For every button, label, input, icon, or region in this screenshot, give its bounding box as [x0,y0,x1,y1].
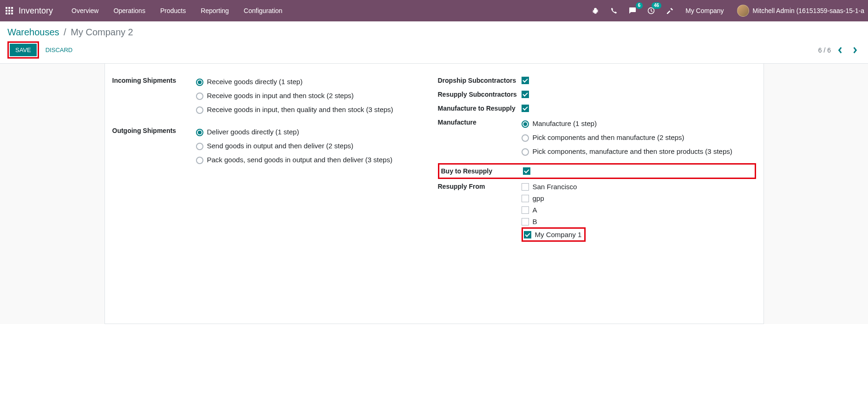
manufacture-opt-3steps[interactable]: Pick components, manufacture and then st… [522,145,756,159]
svg-rect-2 [11,7,13,9]
resupply-from-gpp[interactable]: gpp [522,192,756,204]
user-name: Mitchell Admin (16151359-saas-15-1-a [753,7,864,14]
debug-icon[interactable] [589,4,602,17]
svg-rect-5 [11,10,13,12]
navbar-right: 6 46 My Company Mitchell Admin (16151359… [589,4,864,17]
radio-label: Deliver goods directly (1 step) [207,128,299,136]
breadcrumb-parent[interactable]: Warehouses [7,27,59,37]
pager-next[interactable] [849,45,861,56]
checkbox-label: San Francisco [533,183,577,191]
checkbox-label: B [533,218,537,225]
incoming-options: Receive goods directly (1 step) Receive … [196,75,431,117]
svg-rect-3 [6,10,7,12]
radio-icon [196,143,203,150]
pager-prev[interactable] [835,45,846,56]
resupply-from-a[interactable]: A [522,204,756,216]
checkbox-icon [522,77,529,84]
breadcrumb-sep: / [64,27,66,37]
menu-reporting[interactable]: Reporting [193,0,236,21]
left-column: Incoming Shipments Receive goods directl… [112,75,431,245]
messages-badge: 6 [636,2,643,9]
apps-icon[interactable] [4,5,15,16]
svg-rect-8 [11,13,13,14]
manufacture-label: Manufacture [438,117,522,126]
resupply-from-sf[interactable]: San Francisco [522,181,756,192]
highlight-save: Save [7,41,39,59]
radio-label: Receive goods in input and then stock (2… [207,92,354,99]
phone-icon[interactable] [607,4,620,17]
control-area: Warehouses / My Company 2 Save Discard 6… [0,21,868,63]
top-navbar: Inventory Overview Operations Products R… [0,0,868,21]
pager-text: 6 / 6 [818,46,831,54]
menu-configuration[interactable]: Configuration [236,0,290,21]
outgoing-opt-1step[interactable]: Deliver goods directly (1 step) [196,125,431,139]
menu-products[interactable]: Products [153,0,193,21]
discard-button[interactable]: Discard [41,44,78,56]
menu-operations[interactable]: Operations [106,0,152,21]
checkbox-icon [523,167,530,175]
dropship-label: Dropship Subcontractors [438,75,522,84]
main-menu: Overview Operations Products Reporting C… [64,0,589,21]
checkbox-icon [522,105,529,112]
incoming-opt-2steps[interactable]: Receive goods in input and then stock (2… [196,89,431,103]
svg-rect-1 [8,7,10,9]
radio-label: Pick components and then manufacture (2 … [533,133,685,141]
messages-icon[interactable]: 6 [626,4,639,17]
highlight-my-company-1: My Company 1 [522,227,586,242]
checkbox-label: My Company 1 [535,231,582,238]
radio-icon [522,120,529,128]
checkbox-icon [522,183,529,191]
svg-rect-0 [6,7,7,9]
radio-icon [196,106,203,114]
radio-label: Receive goods in input, then quality and… [207,106,393,113]
radio-icon [196,157,203,164]
manuf-resupply-checkbox[interactable] [522,103,756,114]
activities-badge: 46 [652,2,661,9]
resupply-from-mycompany1[interactable]: My Company 1 [524,230,582,239]
avatar [737,5,749,17]
pager: 6 / 6 [818,45,861,56]
svg-rect-7 [8,13,10,14]
save-button[interactable]: Save [10,44,37,56]
outgoing-opt-2steps[interactable]: Send goods in output and then deliver (2… [196,139,431,153]
checkbox-icon [522,218,529,225]
activities-icon[interactable]: 46 [645,4,658,17]
checkbox-label: gpp [533,194,544,202]
outgoing-label: Outgoing Shipments [112,125,196,134]
sheet-background: Incoming Shipments Receive goods directl… [0,63,868,324]
radio-label: Pack goods, send goods in output and the… [207,156,392,164]
checkbox-icon [524,231,531,238]
highlight-buy-resupply: Buy to Resupply [438,163,756,179]
radio-icon [522,134,529,142]
radio-icon [196,93,203,100]
app-brand[interactable]: Inventory [19,6,53,16]
company-switcher[interactable]: My Company [685,7,724,14]
resupply-sub-label: Resupply Subcontractors [438,89,522,98]
incoming-opt-3steps[interactable]: Receive goods in input, then quality and… [196,103,431,117]
form-sheet: Incoming Shipments Receive goods directl… [104,64,764,324]
resupply-sub-checkbox[interactable] [522,89,756,100]
manufacture-opt-1step[interactable]: Manufacture (1 step) [522,117,756,131]
buy-resupply-checkbox[interactable] [523,165,753,177]
radio-icon [196,79,203,86]
checkbox-icon [522,206,529,214]
radio-label: Receive goods directly (1 step) [207,78,303,86]
radio-label: Pick components, manufacture and then st… [533,147,732,155]
outgoing-opt-3steps[interactable]: Pack goods, send goods in output and the… [196,153,431,167]
resupply-from-b[interactable]: B [522,216,756,227]
radio-label: Manufacture (1 step) [533,119,597,127]
menu-overview[interactable]: Overview [64,0,106,21]
dropship-checkbox[interactable] [522,75,756,86]
user-menu[interactable]: Mitchell Admin (16151359-saas-15-1-a [737,5,864,17]
resupply-from-label: Resupply From [438,181,522,190]
outgoing-options: Deliver goods directly (1 step) Send goo… [196,125,431,167]
manufacture-opt-2steps[interactable]: Pick components and then manufacture (2 … [522,131,756,145]
checkbox-icon [522,195,529,202]
incoming-opt-1step[interactable]: Receive goods directly (1 step) [196,75,431,89]
checkbox-label: A [533,206,537,214]
breadcrumb: Warehouses / My Company 2 [7,25,861,41]
radio-icon [522,148,529,156]
checkbox-icon [522,91,529,98]
radio-label: Send goods in output and then deliver (2… [207,142,353,150]
tools-icon[interactable] [663,4,676,17]
